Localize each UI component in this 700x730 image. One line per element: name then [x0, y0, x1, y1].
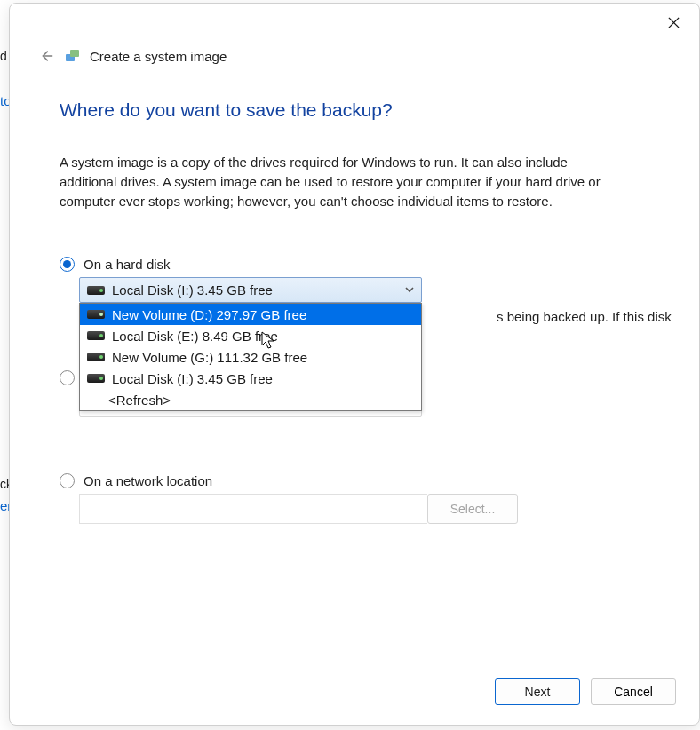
back-arrow-icon [38, 48, 54, 64]
hard-disk-option[interactable]: On a hard disk [60, 257, 649, 272]
hard-disk-combobox[interactable]: Local Disk (I:) 3.45 GB free [79, 277, 422, 303]
drive-icon [87, 331, 105, 340]
drive-icon [87, 310, 105, 319]
radio-hard-disk[interactable] [60, 257, 75, 272]
network-label: On a network location [84, 473, 212, 488]
truncated-left-text-1: d [0, 49, 7, 63]
system-image-icon [65, 48, 81, 64]
network-option[interactable]: On a network location [60, 473, 649, 488]
destination-group: On a hard disk Local Disk (I:) 3.45 GB f… [60, 257, 649, 524]
close-icon [667, 16, 680, 29]
svg-rect-4 [70, 50, 79, 57]
drive-option-label: Local Disk (E:) 8.49 GB free [112, 329, 278, 344]
hard-disk-combo-wrap: Local Disk (I:) 3.45 GB free s being bac… [79, 277, 422, 303]
wizard-header: Create a system image [10, 4, 699, 66]
page-headline: Where do you want to save the backup? [60, 99, 649, 121]
drive-icon [87, 286, 105, 295]
drive-option-label: New Volume (D:) 297.97 GB free [112, 307, 306, 322]
close-button[interactable] [664, 12, 683, 32]
drive-icon [87, 374, 105, 383]
cancel-button[interactable]: Cancel [591, 678, 676, 705]
drive-option-refresh[interactable]: <Refresh> [80, 389, 421, 410]
network-path-input[interactable] [79, 494, 427, 524]
radio-network[interactable] [60, 473, 75, 488]
obscured-warning-text: s being backed up. If this disk [497, 309, 672, 324]
drive-option-d[interactable]: New Volume (D:) 297.97 GB free [80, 304, 421, 325]
content-area: Where do you want to save the backup? A … [10, 66, 699, 524]
drive-option-e[interactable]: Local Disk (E:) 8.49 GB free [80, 325, 421, 346]
back-button[interactable] [36, 46, 56, 66]
drive-option-g[interactable]: New Volume (G:) 111.32 GB free [80, 346, 421, 368]
radio-dvd[interactable] [60, 370, 75, 385]
drive-option-i[interactable]: Local Disk (I:) 3.45 GB free [80, 368, 421, 389]
drive-icon [87, 353, 105, 361]
drive-option-label: Local Disk (I:) 3.45 GB free [112, 371, 273, 386]
chevron-down-icon [403, 283, 416, 298]
wizard-title: Create a system image [90, 49, 227, 64]
footer-buttons: Next Cancel [495, 678, 676, 705]
hard-disk-label: On a hard disk [84, 257, 171, 272]
page-description: A system image is a copy of the drives r… [60, 153, 628, 210]
drive-option-label: <Refresh> [108, 393, 171, 408]
dialog-window: Create a system image Where do you want … [9, 3, 700, 726]
next-button[interactable]: Next [495, 678, 580, 705]
drive-dropdown: New Volume (D:) 297.97 GB free Local Dis… [79, 303, 422, 411]
drive-option-label: New Volume (G:) 111.32 GB free [112, 350, 307, 365]
select-button[interactable]: Select... [427, 494, 518, 524]
selected-drive-text: Local Disk (I:) 3.45 GB free [112, 282, 273, 298]
network-row: Select... [79, 494, 649, 524]
